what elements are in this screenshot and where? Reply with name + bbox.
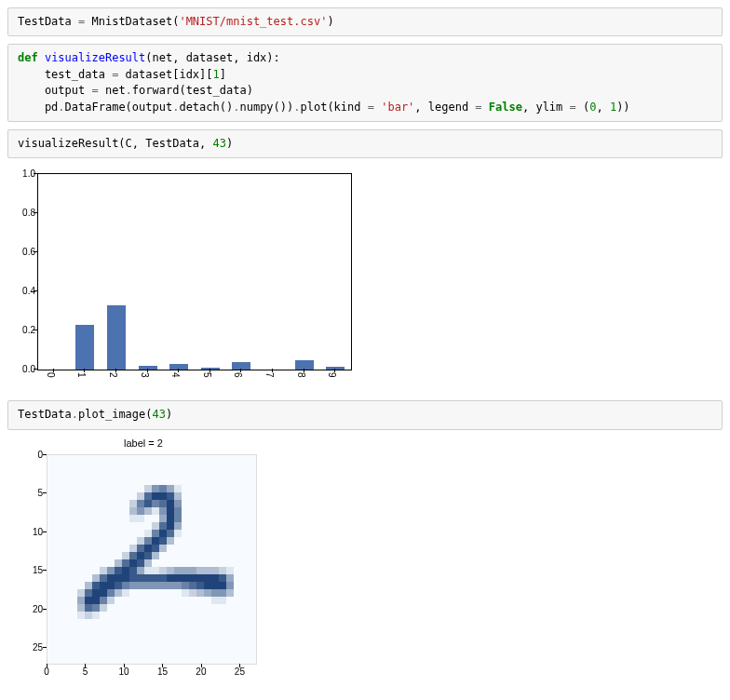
bar	[326, 367, 345, 370]
code-cell-2[interactable]: def visualizeResult(net, dataset, idx): …	[7, 44, 723, 122]
img-ytick-label: 5	[24, 488, 43, 498]
img-ytick-label: 20	[24, 603, 43, 613]
code-text: TestData.plot_image(43)	[18, 408, 172, 421]
bar-chart: 0.00.20.40.60.81.00123456789	[9, 166, 363, 389]
bar	[139, 366, 157, 370]
img-xtick-label: 25	[235, 666, 245, 677]
img-xtick-label: 20	[196, 666, 206, 677]
bar	[75, 325, 94, 370]
code-cell-1[interactable]: TestData = MnistDataset('MNIST/mnist_tes…	[7, 7, 723, 36]
bar-xtick-label: 9	[327, 372, 337, 384]
bar-ytick-label: 0.6	[11, 247, 35, 257]
code-text: def visualizeResult(net, dataset, idx): …	[18, 51, 630, 113]
bar-xtick-label: 8	[296, 372, 306, 384]
image-title: label = 2	[13, 438, 274, 449]
output-bar-chart: 0.00.20.40.60.81.00123456789	[7, 166, 723, 389]
img-ytick-label: 0	[24, 449, 43, 459]
bar	[169, 364, 188, 370]
code-cell-4[interactable]: TestData.plot_image(43)	[7, 400, 723, 429]
bar	[201, 368, 220, 370]
bar-ytick-label: 1.0	[11, 168, 35, 179]
img-ytick-label: 10	[24, 526, 43, 536]
bar	[232, 362, 250, 370]
bar	[107, 305, 126, 370]
pixel-grid	[47, 455, 256, 664]
mnist-image-plot: label = 2 05101520250510152025	[13, 438, 274, 698]
bar-xtick-label: 2	[108, 372, 118, 384]
img-xtick-label: 10	[118, 666, 128, 677]
img-xtick-label: 15	[157, 666, 168, 677]
bar	[295, 360, 314, 370]
bar-ytick-label: 0.4	[11, 286, 35, 296]
bar-xtick-label: 7	[264, 372, 275, 384]
bar-ytick-label: 0.2	[11, 325, 35, 335]
bar-xtick-label: 1	[76, 372, 87, 384]
img-ytick-label: 15	[24, 565, 43, 575]
bar-ytick-label: 0.8	[11, 208, 35, 218]
bar-ytick-label: 0.0	[11, 364, 35, 374]
bar-xtick-label: 5	[202, 372, 212, 384]
bar-xtick-label: 3	[140, 372, 150, 384]
img-ytick-label: 25	[24, 642, 43, 653]
code-text: TestData = MnistDataset('MNIST/mnist_tes…	[18, 15, 334, 28]
img-xtick-label: 5	[83, 666, 88, 677]
img-xtick-label: 0	[44, 666, 49, 677]
bar-xtick-label: 0	[46, 372, 56, 384]
code-cell-3[interactable]: visualizeResult(C, TestData, 43)	[7, 129, 723, 158]
bar-xtick-label: 4	[170, 372, 181, 384]
bar-xtick-label: 6	[233, 372, 243, 384]
output-image-chart: label = 2 05101520250510152025	[7, 438, 723, 698]
code-text: visualizeResult(C, TestData, 43)	[18, 137, 233, 150]
